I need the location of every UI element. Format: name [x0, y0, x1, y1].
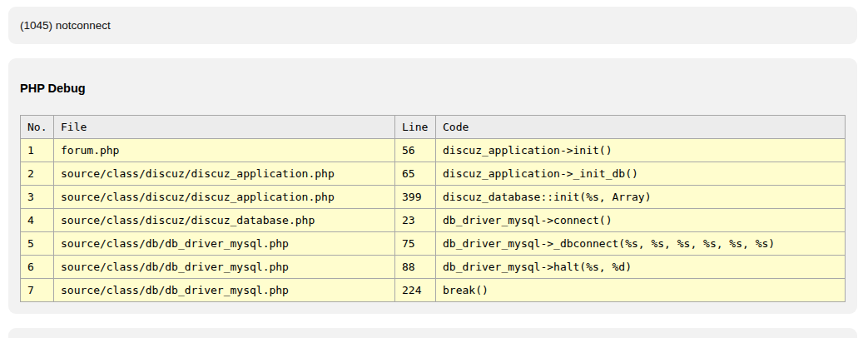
table-row: 5 source/class/db/db_driver_mysql.php 75…: [21, 232, 846, 256]
cell-file: source/class/discuz/discuz_application.p…: [54, 186, 395, 209]
table-row: 7 source/class/db/db_driver_mysql.php 22…: [21, 279, 846, 302]
cell-file: source/class/db/db_driver_mysql.php: [54, 256, 395, 279]
column-header-line: Line: [395, 116, 436, 139]
column-header-code: Code: [436, 116, 846, 139]
cell-line: 23: [395, 209, 436, 232]
cell-no: 7: [21, 279, 54, 302]
bottom-panel-partial: [8, 328, 857, 338]
cell-no: 4: [21, 209, 54, 232]
cell-no: 5: [21, 232, 54, 256]
cell-code: discuz_application->_init_db(): [436, 162, 846, 186]
error-message-text: (1045) notconnect: [20, 19, 111, 32]
cell-line: 88: [395, 256, 436, 279]
php-debug-title: PHP Debug: [20, 82, 846, 96]
error-message-box: (1045) notconnect: [8, 7, 857, 44]
cell-code: discuz_database::init(%s, Array): [436, 186, 846, 209]
cell-code: break(): [436, 279, 846, 302]
cell-file: source/class/db/db_driver_mysql.php: [54, 279, 395, 302]
table-row: 6 source/class/db/db_driver_mysql.php 88…: [21, 256, 846, 279]
cell-code: discuz_application->init(): [436, 139, 846, 162]
cell-line: 399: [395, 186, 436, 209]
table-row: 2 source/class/discuz/discuz_application…: [21, 162, 846, 186]
cell-line: 224: [395, 279, 436, 302]
backtrace-table: No. File Line Code 1 forum.php 56 discuz…: [20, 115, 846, 302]
cell-code: db_driver_mysql->_dbconnect(%s, %s, %s, …: [436, 232, 846, 256]
cell-line: 75: [395, 232, 436, 256]
table-row: 3 source/class/discuz/discuz_application…: [21, 186, 846, 209]
cell-line: 56: [395, 139, 436, 162]
column-header-no: No.: [21, 116, 54, 139]
php-debug-panel: PHP Debug No. File Line Code 1 forum.php…: [8, 58, 857, 314]
cell-no: 2: [21, 162, 54, 186]
table-row: 4 source/class/discuz/discuz_database.ph…: [21, 209, 846, 232]
cell-file: source/class/db/db_driver_mysql.php: [54, 232, 395, 256]
table-row: 1 forum.php 56 discuz_application->init(…: [21, 139, 846, 162]
cell-no: 1: [21, 139, 54, 162]
cell-no: 6: [21, 256, 54, 279]
cell-file: forum.php: [54, 139, 395, 162]
cell-no: 3: [21, 186, 54, 209]
column-header-file: File: [54, 116, 395, 139]
cell-file: source/class/discuz/discuz_database.php: [54, 209, 395, 232]
table-header-row: No. File Line Code: [21, 116, 846, 139]
cell-code: db_driver_mysql->halt(%s, %d): [436, 256, 846, 279]
cell-file: source/class/discuz/discuz_application.p…: [54, 162, 395, 186]
cell-line: 65: [395, 162, 436, 186]
cell-code: db_driver_mysql->connect(): [436, 209, 846, 232]
